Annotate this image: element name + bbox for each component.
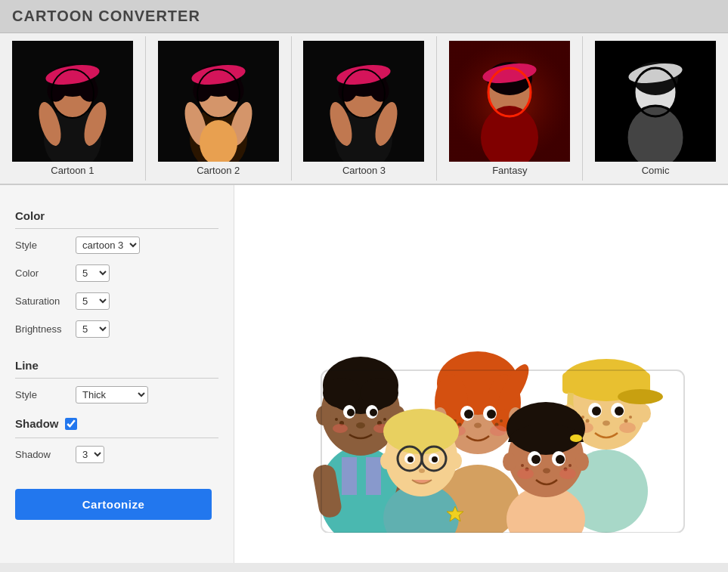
svg-point-86: [543, 468, 550, 474]
svg-point-4: [323, 378, 361, 408]
thumbnail-cartoon3[interactable]: Cartoon 3: [292, 36, 438, 181]
thumbnail-comic[interactable]: Comic: [583, 36, 728, 181]
color-select[interactable]: 1234 5678 910: [76, 264, 110, 282]
saturation-label: Saturation: [15, 295, 70, 307]
svg-rect-22: [366, 457, 381, 495]
color-divider: [15, 228, 218, 229]
shadow-divider: [15, 438, 218, 438]
brightness-select[interactable]: 1234 5678 910: [76, 320, 110, 338]
line-section-title: Line: [15, 359, 218, 372]
svg-point-17: [333, 424, 348, 433]
svg-point-57: [637, 404, 651, 422]
svg-point-80: [531, 455, 541, 464]
svg-point-85: [568, 464, 572, 467]
svg-point-54: [629, 416, 632, 419]
thumbnail-label-cartoon3: Cartoon 3: [342, 165, 386, 176]
svg-point-77: [570, 434, 582, 442]
svg-point-49: [592, 407, 601, 416]
app: CARTOON CONVERTER Cartoon 1 Cartoon 2 Ca…: [0, 0, 728, 572]
thumbnail-fantasy[interactable]: Fantasy: [437, 36, 583, 181]
line-divider: [15, 378, 218, 379]
style-label: Style: [15, 240, 70, 251]
svg-point-5: [361, 378, 398, 408]
preview-area: [255, 193, 708, 533]
thumbnail-label-cartoon1: Cartoon 1: [51, 165, 94, 176]
right-panel: [234, 185, 728, 563]
shadow-row: Shadow: [15, 417, 218, 430]
svg-point-46: [618, 389, 663, 404]
preview-image: [255, 193, 708, 533]
shadow-value-select[interactable]: 12345: [76, 446, 104, 463]
color-section-title: Color: [15, 209, 218, 222]
style-select[interactable]: cartoon 1 cartoon 2 cartoon 3 fantasy co…: [76, 237, 140, 254]
brightness-label: Brightness: [15, 323, 70, 335]
svg-point-71: [380, 453, 392, 469]
brightness-row: Brightness 1234 5678 910: [15, 320, 218, 338]
shadow-section-title: Shadow: [15, 417, 59, 430]
thumbnail-strip: Cartoon 1 Cartoon 2 Cartoon 3 Fantasy Co…: [0, 33, 728, 185]
svg-point-37: [474, 423, 482, 428]
svg-point-83: [521, 464, 524, 467]
thumbnail-cartoon2[interactable]: Cartoon 2: [146, 36, 292, 181]
thumbnail-label-cartoon2: Cartoon 2: [197, 165, 240, 176]
cartoonize-button[interactable]: Cartoonize: [15, 489, 212, 520]
svg-point-69: [432, 456, 438, 462]
svg-point-55: [603, 421, 610, 426]
svg-point-72: [450, 453, 462, 469]
svg-point-50: [615, 407, 624, 416]
thumbnail-label-comic: Comic: [642, 165, 670, 176]
svg-point-41: [490, 425, 507, 436]
shadow-value-label: Shadow: [15, 449, 70, 460]
svg-point-81: [556, 455, 565, 464]
app-header: CARTOON CONVERTER: [0, 0, 728, 33]
left-panel: Color Style cartoon 1 cartoon 2 cartoon …: [0, 185, 234, 563]
svg-point-31: [464, 410, 473, 419]
app-title: CARTOON CONVERTER: [12, 8, 716, 25]
svg-point-68: [407, 456, 414, 462]
svg-point-51: [585, 419, 589, 423]
shadow-value-row: Shadow 12345: [15, 446, 218, 463]
svg-point-11: [335, 418, 338, 421]
line-style-label: Style: [15, 389, 70, 400]
svg-point-89: [517, 468, 534, 479]
thumbnail-cartoon1[interactable]: Cartoon 1: [0, 36, 146, 181]
svg-point-14: [356, 422, 365, 428]
svg-point-70: [419, 468, 425, 473]
svg-point-13: [383, 418, 386, 421]
line-style-row: Style Thin Thick Extra Thick: [15, 386, 218, 403]
svg-point-32: [487, 410, 496, 419]
svg-point-36: [500, 419, 503, 422]
color-label: Color: [15, 267, 70, 279]
saturation-select[interactable]: 1234 5678 910: [76, 292, 110, 310]
style-row: Style cartoon 1 cartoon 2 cartoon 3 fant…: [15, 237, 218, 254]
svg-point-59: [619, 422, 636, 433]
svg-point-87: [503, 453, 516, 471]
svg-rect-21: [342, 457, 357, 495]
thumbnail-label-fantasy: Fantasy: [492, 165, 527, 176]
line-style-select[interactable]: Thin Thick Extra Thick: [76, 386, 148, 403]
svg-point-62: [383, 409, 459, 454]
svg-point-15: [316, 406, 331, 425]
shadow-checkbox[interactable]: [65, 418, 77, 430]
svg-point-90: [559, 468, 576, 479]
main-layout: Color Style cartoon 1 cartoon 2 cartoon …: [0, 185, 728, 563]
svg-point-9: [370, 409, 377, 416]
svg-point-8: [347, 409, 355, 416]
svg-point-88: [575, 453, 589, 471]
svg-point-53: [624, 419, 627, 423]
color-row: Color 1234 5678 910: [15, 264, 218, 282]
saturation-row: Saturation 1234 5678 910: [15, 292, 218, 310]
